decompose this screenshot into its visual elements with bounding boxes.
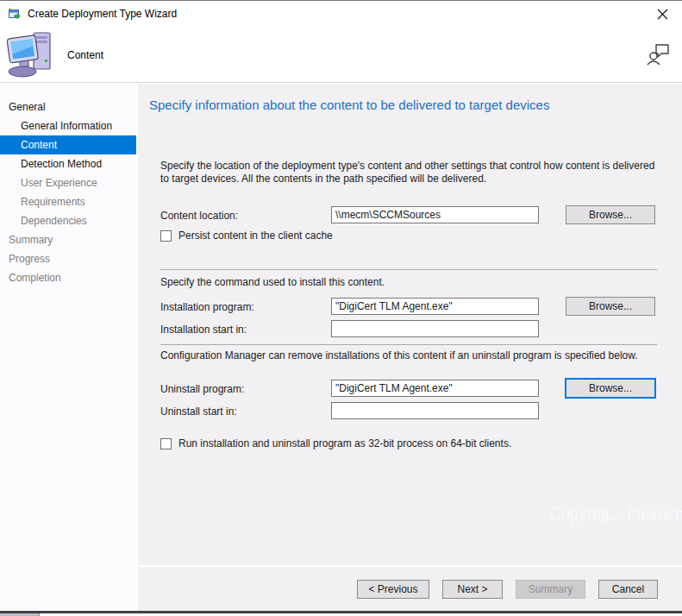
title-bar: Create Deployment Type Wizard bbox=[0, 1, 682, 27]
create-deployment-type-wizard-window: Create Deployment Type Wizard bbox=[0, 0, 682, 616]
close-button[interactable] bbox=[651, 3, 673, 24]
summary-button: Summary bbox=[516, 580, 585, 599]
installation-program-input[interactable] bbox=[331, 298, 539, 315]
faint-watermark-text: Copying... Please try bbox=[550, 504, 682, 524]
persist-content-label: Persist content in the client cache bbox=[178, 229, 333, 242]
sidebar-item-dependencies: Dependencies bbox=[0, 211, 136, 230]
wizard-footer: < Previous Next > Summary Cancel bbox=[138, 565, 682, 611]
uninstall-program-browse-button[interactable]: Browse... bbox=[565, 378, 656, 399]
wizard-steps-sidebar: General General Information Content Dete… bbox=[0, 84, 138, 611]
uninstall-program-label: Uninstall program: bbox=[160, 383, 244, 395]
uninstall-program-input[interactable] bbox=[331, 380, 539, 397]
persist-content-check-row: Persist content in the client cache bbox=[160, 229, 333, 242]
sidebar-item-general-information[interactable]: General Information bbox=[0, 116, 136, 135]
sidebar-item-requirements: Requirements bbox=[0, 192, 136, 211]
window-title: Create Deployment Type Wizard bbox=[28, 8, 177, 20]
installation-start-in-label: Installation start in: bbox=[160, 324, 247, 336]
close-icon bbox=[657, 9, 668, 20]
content-location-label: Content location: bbox=[160, 210, 238, 222]
bitness-label: Run installation and uninstall program a… bbox=[178, 437, 511, 449]
wizard-header: Content bbox=[0, 27, 682, 83]
sidebar-item-content[interactable]: Content bbox=[0, 135, 136, 154]
cancel-button[interactable]: Cancel bbox=[598, 580, 658, 599]
next-button[interactable]: Next > bbox=[442, 580, 503, 599]
bitness-check-row: Run installation and uninstall program a… bbox=[160, 437, 511, 449]
persist-content-checkbox[interactable] bbox=[160, 230, 172, 242]
install-section-text: Specify the command used to install this… bbox=[160, 276, 385, 288]
section-divider bbox=[160, 269, 657, 270]
installation-program-browse-button[interactable]: Browse... bbox=[566, 297, 655, 316]
feedback-icon[interactable] bbox=[646, 41, 672, 67]
sidebar-item-progress: Progress bbox=[0, 249, 136, 268]
installation-program-label: Installation program: bbox=[160, 301, 254, 313]
sidebar-item-completion: Completion bbox=[0, 268, 136, 287]
sidebar-item-summary: Summary bbox=[0, 230, 136, 249]
wizard-app-icon bbox=[8, 7, 22, 21]
previous-button[interactable]: < Previous bbox=[357, 580, 429, 599]
window-bottom-edge bbox=[0, 611, 682, 616]
main-column: Specify information about the content to… bbox=[138, 84, 682, 611]
page-intro-text: Specify the location of the deployment t… bbox=[160, 160, 659, 185]
sidebar-item-detection-method[interactable]: Detection Method bbox=[0, 154, 136, 173]
window-border-line bbox=[0, 611, 682, 613]
page-heading: Specify information about the content to… bbox=[149, 97, 549, 112]
section-divider bbox=[160, 344, 657, 345]
sidebar-item-user-experience: User Experience bbox=[0, 173, 136, 192]
content-page: Specify information about the content to… bbox=[138, 84, 682, 565]
uninstall-start-in-label: Uninstall start in: bbox=[160, 405, 237, 418]
uninstall-start-in-input[interactable] bbox=[331, 402, 539, 419]
installation-start-in-input[interactable] bbox=[331, 320, 539, 337]
header-page-label: Content bbox=[67, 49, 103, 61]
content-location-browse-button[interactable]: Browse... bbox=[566, 205, 655, 224]
content-location-input[interactable] bbox=[331, 206, 539, 223]
wizard-body: General General Information Content Dete… bbox=[0, 84, 682, 611]
sidebar-item-general[interactable]: General bbox=[0, 97, 136, 116]
computer-icon bbox=[7, 30, 57, 79]
uninstall-section-text: Configuration Manager can remove install… bbox=[160, 349, 638, 361]
bitness-checkbox[interactable] bbox=[160, 438, 172, 449]
